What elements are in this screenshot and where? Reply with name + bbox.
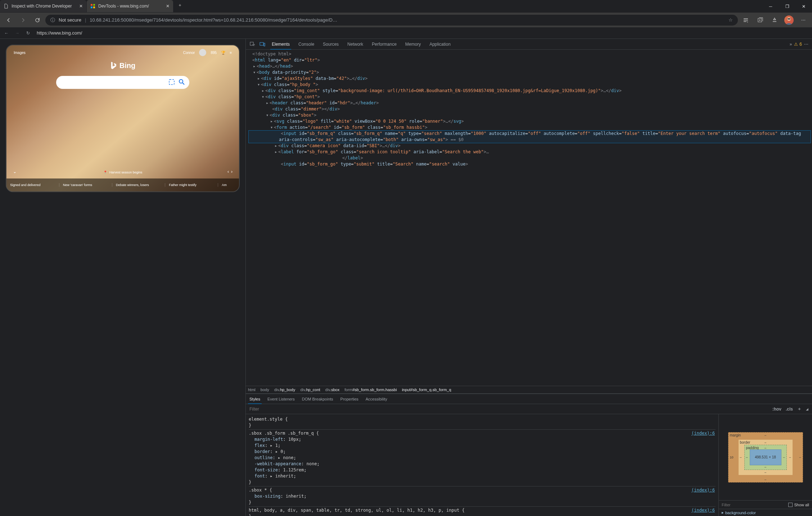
tab-sources[interactable]: Sources (319, 39, 343, 50)
hamburger-icon[interactable]: ≡ (230, 51, 232, 55)
new-tab-button[interactable]: ＋ (175, 0, 185, 10)
nav-reload-icon[interactable]: ↻ (24, 29, 32, 37)
chevron-down-icon[interactable]: ⌄ (13, 169, 17, 174)
show-all-checkbox[interactable]: Show all (788, 503, 809, 507)
dom-breadcrumb[interactable]: htmlbodydiv.hp_bodydiv.hp_contdiv.sboxfo… (246, 386, 812, 394)
device-toolbar-icon[interactable] (257, 39, 267, 49)
tab-elements[interactable]: Elements (267, 39, 294, 50)
inspected-page-url[interactable]: https://www.bing.com/ (35, 30, 810, 36)
dom-node[interactable]: ▾<form action="/search" id="sb_form" cla… (249, 125, 811, 131)
breadcrumb-item[interactable]: div.sbox (325, 388, 340, 392)
dom-node[interactable]: ▸<div class="camera icon" data-iid="SBI"… (249, 143, 811, 149)
dom-node[interactable]: ▸<head>…</head> (249, 63, 811, 69)
tab-styles[interactable]: Styles (246, 394, 264, 404)
minimize-button[interactable]: ─ (762, 0, 779, 13)
bing-search-box[interactable] (56, 76, 189, 89)
computed-property-row[interactable]: ▸ background-color (719, 509, 812, 516)
nav-forward-icon[interactable]: → (13, 29, 22, 37)
breadcrumb-item[interactable]: body (261, 388, 269, 392)
css-rule[interactable]: element.style {} (249, 416, 716, 430)
elements-tree[interactable]: <!doctype html><html lang="en" dir="ltr"… (246, 50, 812, 386)
css-rule[interactable]: (index):6.sbox * {box-sizing: inherit;} (249, 486, 716, 507)
tab-event-listeners[interactable]: Event Listeners (264, 394, 298, 404)
visual-search-icon[interactable] (168, 79, 175, 86)
breadcrumb-item[interactable]: html (248, 388, 256, 392)
browser-tab-0[interactable]: Inspect with Chrome Developer ✕ (0, 0, 86, 12)
warnings-badge[interactable]: ⚠ 6 (794, 42, 802, 47)
news-item[interactable]: Signed and delivered (6, 183, 59, 187)
more-icon[interactable]: ⋯ (804, 42, 808, 47)
dom-node[interactable]: <input id="sb_form_go" type="submit" tit… (249, 161, 811, 167)
hov-toggle[interactable]: :hov (772, 407, 781, 412)
dom-node[interactable]: <html lang="en" dir="ltr"> (249, 57, 811, 63)
dom-node[interactable]: <div class="dimmer"></div> (249, 106, 811, 112)
chevron-right-icon[interactable]: › (231, 169, 233, 174)
forward-button[interactable] (17, 14, 30, 26)
tab-network[interactable]: Network (343, 39, 367, 50)
cls-toggle[interactable]: .cls (786, 407, 793, 412)
site-info-icon[interactable]: ⓘ (50, 17, 55, 23)
browser-tab-1[interactable]: DevTools - www.bing.com/ ✕ (87, 0, 173, 12)
profile-button[interactable] (782, 14, 795, 26)
favorite-icon[interactable]: ☆ (728, 17, 733, 23)
dom-node[interactable]: ▸<header class="header" id="hdr">…</head… (249, 100, 811, 106)
chevron-left-icon[interactable]: ‹ (227, 169, 229, 174)
more-tabs-icon[interactable]: » (790, 42, 792, 47)
tab-console[interactable]: Console (294, 39, 319, 50)
computed-filter-input[interactable] (722, 503, 788, 507)
styles-filter-input[interactable] (249, 407, 768, 412)
address-bar[interactable]: ⓘ Not secure | 10.68.241.216:50080/msedg… (45, 15, 738, 26)
bing-nav-images[interactable]: Images (14, 51, 26, 55)
dom-node[interactable]: ▾<div class="hp_cont"> (249, 94, 811, 100)
news-item[interactable]: Father might testify (165, 183, 218, 187)
tab-memory[interactable]: Memory (401, 39, 425, 50)
styles-rules[interactable]: element.style {}(index):6.sbox .sb_form … (246, 414, 718, 516)
new-style-rule-icon[interactable]: ＋ (797, 406, 802, 412)
css-rule[interactable]: (index):6html, body, a, div, span, table… (249, 507, 716, 516)
avatar-icon[interactable] (199, 49, 206, 56)
tab-properties[interactable]: Properties (337, 394, 362, 404)
tab-application[interactable]: Application (425, 39, 455, 50)
expand-icon[interactable]: ◢ (806, 407, 808, 411)
source-link[interactable]: (index):6 (691, 430, 715, 436)
breadcrumb-item[interactable]: div.hp_cont (300, 388, 320, 392)
source-link[interactable]: (index):6 (691, 487, 715, 493)
breadcrumb-item[interactable]: input#sb_form_q.sb_form_q (402, 388, 451, 392)
device-frame[interactable]: Images Connor 895 🏆 ≡ Bing (6, 45, 240, 192)
bing-rewards-points[interactable]: 895 (211, 51, 217, 55)
dom-node[interactable]: ▾<body data-priority="2"> (249, 69, 811, 76)
refresh-button[interactable] (31, 14, 44, 26)
close-window-button[interactable]: ✕ (795, 0, 812, 13)
dom-node[interactable]: ▸<div class="img_cont" style="background… (249, 88, 811, 94)
search-icon[interactable] (179, 79, 185, 86)
css-rule[interactable]: (index):6.sbox .sb_form .sb_form_q {marg… (249, 430, 716, 486)
news-item[interactable]: Debate winners, losers (112, 183, 165, 187)
tab-accessibility[interactable]: Accessibility (362, 394, 391, 404)
breadcrumb-item[interactable]: div.hp_body (274, 388, 296, 392)
news-item[interactable]: New 'caravan' forms (59, 183, 112, 187)
inspect-element-icon[interactable] (247, 39, 257, 49)
news-item[interactable]: Am (218, 183, 239, 187)
dom-node[interactable]: <!doctype html> (249, 51, 811, 57)
tab-performance[interactable]: Performance (367, 39, 401, 50)
dom-node[interactable]: ▾<div class="sbox"> (249, 112, 811, 118)
box-model[interactable]: margin – – 10 – border – – – – (719, 414, 812, 500)
extension-icon[interactable] (768, 14, 781, 26)
nav-back-icon[interactable]: ← (2, 29, 11, 37)
dom-node[interactable]: ▸<svg class="logo" fill="white" viewBox=… (249, 118, 811, 125)
back-button[interactable] (2, 14, 15, 26)
bing-username[interactable]: Connor (183, 51, 195, 55)
dom-node[interactable]: <input id="sb_form_q" class="sb_form_q" … (249, 131, 811, 143)
maximize-button[interactable]: ❐ (779, 0, 795, 13)
dom-node[interactable]: ▸<div id="ajaxStyles" data-bm="42">…</di… (249, 76, 811, 82)
settings-menu-button[interactable]: ⋯ (797, 14, 810, 26)
collections-icon[interactable] (754, 14, 767, 26)
dom-node[interactable]: ▾<div class="hp_body "> (249, 82, 811, 88)
bing-caption[interactable]: 📍 Harvest season begins (103, 171, 143, 174)
favorites-bar-icon[interactable] (739, 14, 752, 26)
tab-dom-breakpoints[interactable]: DOM Breakpoints (298, 394, 337, 404)
breadcrumb-item[interactable]: form#sb_form.sb_form.hassbi (344, 388, 397, 392)
dom-node[interactable]: ▸<label for="sb_form_go" class="search i… (249, 149, 811, 161)
close-tab-icon[interactable]: ✕ (79, 4, 83, 9)
trophy-icon[interactable]: 🏆 (221, 51, 225, 55)
